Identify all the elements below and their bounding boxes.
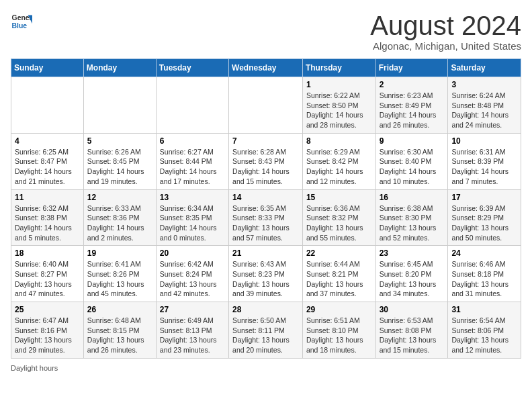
calendar-cell: 18Sunrise: 6:40 AM Sunset: 8:27 PM Dayli… xyxy=(11,246,84,302)
calendar-cell: 17Sunrise: 6:39 AM Sunset: 8:29 PM Dayli… xyxy=(448,189,521,246)
day-info: Sunrise: 6:50 AM Sunset: 8:11 PM Dayligh… xyxy=(232,316,299,355)
day-number: 22 xyxy=(306,248,372,258)
day-info: Sunrise: 6:41 AM Sunset: 8:26 PM Dayligh… xyxy=(87,259,152,299)
day-number: 3 xyxy=(451,80,517,89)
day-info: Sunrise: 6:46 AM Sunset: 8:18 PM Dayligh… xyxy=(451,259,517,299)
svg-text:Blue: Blue xyxy=(12,22,28,30)
calendar-cell: 28Sunrise: 6:50 AM Sunset: 8:11 PM Dayli… xyxy=(229,302,303,359)
day-number: 7 xyxy=(232,136,299,146)
day-info: Sunrise: 6:23 AM Sunset: 8:49 PM Dayligh… xyxy=(380,91,445,130)
calendar-cell: 16Sunrise: 6:38 AM Sunset: 8:30 PM Dayli… xyxy=(375,189,448,246)
day-number: 20 xyxy=(160,248,225,258)
calendar-cell xyxy=(229,77,303,134)
day-of-week-header: Thursday xyxy=(302,59,375,77)
day-info: Sunrise: 6:26 AM Sunset: 8:45 PM Dayligh… xyxy=(87,147,152,187)
calendar-cell: 20Sunrise: 6:42 AM Sunset: 8:24 PM Dayli… xyxy=(156,246,228,302)
day-number: 14 xyxy=(232,193,299,202)
day-of-week-header: Monday xyxy=(83,59,156,77)
day-info: Sunrise: 6:44 AM Sunset: 8:21 PM Dayligh… xyxy=(306,259,372,299)
location: Algonac, Michigan, United States xyxy=(370,40,521,52)
day-number: 19 xyxy=(87,248,152,258)
day-info: Sunrise: 6:39 AM Sunset: 8:29 PM Dayligh… xyxy=(451,203,517,243)
calendar-cell: 29Sunrise: 6:51 AM Sunset: 8:10 PM Dayli… xyxy=(302,302,375,359)
footer: Daylight hours xyxy=(11,364,521,372)
calendar-week-row: 18Sunrise: 6:40 AM Sunset: 8:27 PM Dayli… xyxy=(11,246,521,302)
calendar-cell: 12Sunrise: 6:33 AM Sunset: 8:36 PM Dayli… xyxy=(83,189,156,246)
day-info: Sunrise: 6:24 AM Sunset: 8:48 PM Dayligh… xyxy=(451,91,517,130)
calendar-week-row: 11Sunrise: 6:32 AM Sunset: 8:38 PM Dayli… xyxy=(11,189,521,246)
day-info: Sunrise: 6:42 AM Sunset: 8:24 PM Dayligh… xyxy=(160,259,225,299)
day-of-week-header: Saturday xyxy=(448,59,521,77)
calendar-cell: 21Sunrise: 6:43 AM Sunset: 8:23 PM Dayli… xyxy=(229,246,303,302)
day-number: 13 xyxy=(160,193,225,202)
day-number: 5 xyxy=(87,136,152,146)
day-info: Sunrise: 6:40 AM Sunset: 8:27 PM Dayligh… xyxy=(15,259,80,299)
day-of-week-header: Tuesday xyxy=(156,59,228,77)
day-info: Sunrise: 6:48 AM Sunset: 8:15 PM Dayligh… xyxy=(87,316,152,355)
calendar-cell: 24Sunrise: 6:46 AM Sunset: 8:18 PM Dayli… xyxy=(448,246,521,302)
day-info: Sunrise: 6:36 AM Sunset: 8:32 PM Dayligh… xyxy=(306,203,372,243)
day-info: Sunrise: 6:38 AM Sunset: 8:30 PM Dayligh… xyxy=(380,203,445,243)
calendar-cell: 30Sunrise: 6:53 AM Sunset: 8:08 PM Dayli… xyxy=(375,302,448,359)
calendar-cell: 14Sunrise: 6:35 AM Sunset: 8:33 PM Dayli… xyxy=(229,189,303,246)
calendar-cell: 4Sunrise: 6:25 AM Sunset: 8:47 PM Daylig… xyxy=(11,133,84,189)
calendar-cell: 8Sunrise: 6:29 AM Sunset: 8:42 PM Daylig… xyxy=(302,133,375,189)
calendar-week-row: 1Sunrise: 6:22 AM Sunset: 8:50 PM Daylig… xyxy=(11,77,521,134)
calendar-cell xyxy=(156,77,228,134)
calendar-cell xyxy=(83,77,156,134)
day-info: Sunrise: 6:54 AM Sunset: 8:06 PM Dayligh… xyxy=(451,316,517,355)
calendar: SundayMondayTuesdayWednesdayThursdayFrid… xyxy=(11,58,521,359)
day-number: 21 xyxy=(232,248,299,258)
calendar-cell: 6Sunrise: 6:27 AM Sunset: 8:44 PM Daylig… xyxy=(156,133,228,189)
day-number: 26 xyxy=(87,305,152,314)
day-number: 25 xyxy=(15,305,80,314)
day-number: 8 xyxy=(306,136,372,146)
day-number: 27 xyxy=(160,305,225,314)
day-info: Sunrise: 6:53 AM Sunset: 8:08 PM Dayligh… xyxy=(380,316,445,355)
logo: General Blue xyxy=(11,11,32,32)
calendar-cell: 19Sunrise: 6:41 AM Sunset: 8:26 PM Dayli… xyxy=(83,246,156,302)
day-info: Sunrise: 6:33 AM Sunset: 8:36 PM Dayligh… xyxy=(87,203,152,243)
calendar-cell: 27Sunrise: 6:49 AM Sunset: 8:13 PM Dayli… xyxy=(156,302,228,359)
day-of-week-header: Wednesday xyxy=(229,59,303,77)
day-number: 31 xyxy=(451,305,517,314)
calendar-cell: 9Sunrise: 6:30 AM Sunset: 8:40 PM Daylig… xyxy=(375,133,448,189)
day-number: 29 xyxy=(306,305,372,314)
day-info: Sunrise: 6:29 AM Sunset: 8:42 PM Dayligh… xyxy=(306,147,372,187)
day-info: Sunrise: 6:31 AM Sunset: 8:39 PM Dayligh… xyxy=(451,147,517,187)
calendar-cell: 2Sunrise: 6:23 AM Sunset: 8:49 PM Daylig… xyxy=(375,77,448,134)
day-info: Sunrise: 6:22 AM Sunset: 8:50 PM Dayligh… xyxy=(306,91,372,130)
day-number: 2 xyxy=(380,80,445,89)
day-info: Sunrise: 6:51 AM Sunset: 8:10 PM Dayligh… xyxy=(306,316,372,355)
calendar-cell: 5Sunrise: 6:26 AM Sunset: 8:45 PM Daylig… xyxy=(83,133,156,189)
day-number: 9 xyxy=(380,136,445,146)
calendar-cell: 25Sunrise: 6:47 AM Sunset: 8:16 PM Dayli… xyxy=(11,302,84,359)
daylight-label: Daylight hours xyxy=(11,364,58,372)
day-number: 6 xyxy=(160,136,225,146)
calendar-cell: 3Sunrise: 6:24 AM Sunset: 8:48 PM Daylig… xyxy=(448,77,521,134)
day-info: Sunrise: 6:27 AM Sunset: 8:44 PM Dayligh… xyxy=(160,147,225,187)
day-of-week-header: Friday xyxy=(375,59,448,77)
day-of-week-header: Sunday xyxy=(11,59,84,77)
title-area: August 2024 Algonac, Michigan, United St… xyxy=(370,11,521,52)
calendar-cell: 22Sunrise: 6:44 AM Sunset: 8:21 PM Dayli… xyxy=(302,246,375,302)
day-info: Sunrise: 6:43 AM Sunset: 8:23 PM Dayligh… xyxy=(232,259,299,299)
day-number: 15 xyxy=(306,193,372,202)
day-number: 28 xyxy=(232,305,299,314)
month-title: August 2024 xyxy=(370,11,521,40)
calendar-cell: 10Sunrise: 6:31 AM Sunset: 8:39 PM Dayli… xyxy=(448,133,521,189)
day-number: 10 xyxy=(451,136,517,146)
calendar-cell: 11Sunrise: 6:32 AM Sunset: 8:38 PM Dayli… xyxy=(11,189,84,246)
calendar-cell: 15Sunrise: 6:36 AM Sunset: 8:32 PM Dayli… xyxy=(302,189,375,246)
day-info: Sunrise: 6:30 AM Sunset: 8:40 PM Dayligh… xyxy=(380,147,445,187)
calendar-cell: 26Sunrise: 6:48 AM Sunset: 8:15 PM Dayli… xyxy=(83,302,156,359)
day-number: 1 xyxy=(306,80,372,89)
day-number: 12 xyxy=(87,193,152,202)
day-info: Sunrise: 6:25 AM Sunset: 8:47 PM Dayligh… xyxy=(15,147,80,187)
day-info: Sunrise: 6:34 AM Sunset: 8:35 PM Dayligh… xyxy=(160,203,225,243)
day-number: 23 xyxy=(380,248,445,258)
calendar-cell: 7Sunrise: 6:28 AM Sunset: 8:43 PM Daylig… xyxy=(229,133,303,189)
day-number: 16 xyxy=(380,193,445,202)
day-number: 4 xyxy=(15,136,80,146)
day-info: Sunrise: 6:47 AM Sunset: 8:16 PM Dayligh… xyxy=(15,316,80,355)
